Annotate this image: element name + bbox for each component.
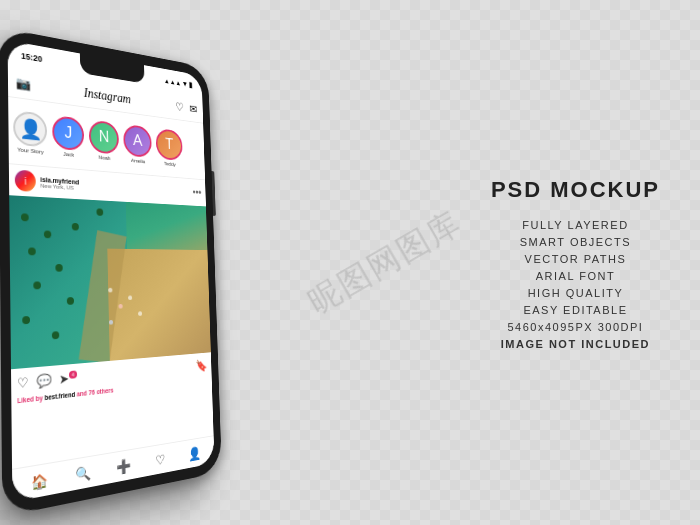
umbrella-3 bbox=[118, 304, 122, 309]
palm-6 bbox=[33, 281, 41, 289]
info-panel: PSD MOCKUP FULLY LAYERED SMART OBJECTS V… bbox=[491, 176, 660, 349]
feature-resolution: 5460x4095PX 300DPI bbox=[508, 320, 644, 332]
feature-fully-layered: FULLY LAYERED bbox=[522, 218, 628, 230]
post-user-text: isla.myfriend New York, US bbox=[40, 176, 189, 198]
comment-icon[interactable]: 💬 bbox=[36, 372, 51, 388]
story-label-teddy: Teddy bbox=[164, 160, 176, 166]
reels-nav-icon[interactable]: ♡ bbox=[155, 451, 166, 467]
umbrella-4 bbox=[138, 311, 142, 316]
camera-icon[interactable]: 📷 bbox=[16, 75, 31, 91]
story-item-jack[interactable]: J Jack bbox=[52, 114, 84, 158]
story-item-yours[interactable]: 👤 Your Story bbox=[13, 110, 47, 155]
umbrella-2 bbox=[128, 295, 132, 300]
home-nav-icon[interactable]: 🏠 bbox=[31, 472, 48, 491]
instagram-logo: Instagram bbox=[84, 85, 131, 106]
profile-nav-icon[interactable]: 👤 bbox=[188, 445, 201, 461]
notification-badge: 4 bbox=[69, 370, 78, 379]
palm-10 bbox=[96, 208, 103, 216]
post-image bbox=[9, 195, 211, 369]
phone-body: 15:20 ▲▲▲ ▾ ▮ 📷 Instagram ♡ ✉ bbox=[0, 27, 222, 517]
beach-sand bbox=[107, 248, 211, 361]
story-label-amelia: Amelia bbox=[131, 157, 145, 164]
story-avatar-jack: J bbox=[52, 114, 84, 150]
story-avatar-noah: N bbox=[89, 119, 119, 154]
features-list: FULLY LAYERED SMART OBJECTS VECTOR PATHS… bbox=[491, 218, 660, 349]
phone-power-button bbox=[212, 171, 216, 216]
like-icon[interactable]: ♡ bbox=[17, 374, 29, 390]
story-item-noah[interactable]: N Noah bbox=[89, 119, 120, 161]
post-avatar[interactable]: i bbox=[15, 169, 36, 192]
story-avatar-yours: 👤 bbox=[13, 110, 47, 148]
story-item-teddy[interactable]: T Teddy bbox=[156, 128, 183, 168]
feature-easy-editable: EASY EDITABLE bbox=[523, 303, 627, 315]
feature-smart-objects: SMART OBJECTS bbox=[520, 235, 631, 247]
signal-icon: ▲▲▲ bbox=[164, 77, 181, 87]
feature-vector-paths: VECTOR PATHS bbox=[525, 252, 627, 264]
story-label-yours: Your Story bbox=[17, 146, 43, 154]
header-icons: ♡ ✉ bbox=[175, 100, 197, 115]
mockup-title: PSD MOCKUP bbox=[491, 176, 660, 202]
story-avatar-teddy: T bbox=[156, 128, 183, 161]
story-item-amelia[interactable]: A Amelia bbox=[123, 123, 152, 164]
palm-5 bbox=[55, 264, 62, 272]
phone-screen: 15:20 ▲▲▲ ▾ ▮ 📷 Instagram ♡ ✉ bbox=[8, 40, 215, 502]
palm-3 bbox=[28, 247, 36, 255]
heart-icon[interactable]: ♡ bbox=[175, 100, 184, 114]
story-label-noah: Noah bbox=[99, 154, 111, 160]
palm-2 bbox=[44, 230, 51, 238]
status-icons: ▲▲▲ ▾ ▮ bbox=[164, 76, 193, 89]
feature-arial-font: ARIAL FONT bbox=[536, 269, 615, 281]
post-more-options[interactable]: ••• bbox=[192, 187, 201, 199]
feature-not-included: IMAGE NOT INCLUDED bbox=[501, 337, 650, 349]
message-icon[interactable]: ✉ bbox=[189, 102, 197, 115]
battery-icon: ▮ bbox=[189, 81, 193, 90]
wifi-icon: ▾ bbox=[183, 80, 187, 89]
bookmark-icon[interactable]: 🔖 bbox=[195, 358, 207, 372]
palm-1 bbox=[21, 213, 29, 221]
story-label-jack: Jack bbox=[63, 151, 74, 158]
bottom-nav: 🏠 🔍 ➕ ♡ 👤 bbox=[12, 435, 214, 502]
phone-mockup: 15:20 ▲▲▲ ▾ ▮ 📷 Instagram ♡ ✉ bbox=[0, 20, 310, 510]
status-time: 15:20 bbox=[21, 51, 42, 64]
story-avatar-amelia: A bbox=[123, 123, 152, 157]
palm-8 bbox=[22, 316, 30, 324]
add-nav-icon[interactable]: ➕ bbox=[117, 457, 131, 475]
feature-high-quality: HIGH QUALITY bbox=[528, 286, 624, 298]
share-icon[interactable]: ➤ 4 bbox=[59, 370, 81, 387]
search-nav-icon[interactable]: 🔍 bbox=[75, 464, 90, 482]
